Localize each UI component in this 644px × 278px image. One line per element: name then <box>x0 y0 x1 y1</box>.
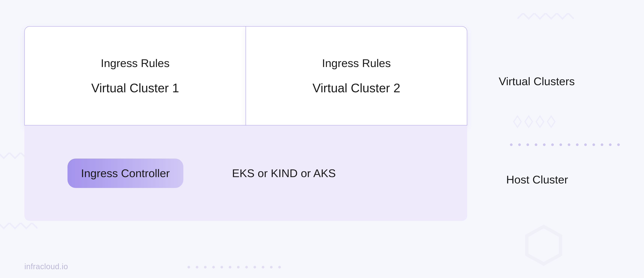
decoration-zigzag <box>0 223 38 234</box>
decoration-zigzag <box>518 13 578 24</box>
svg-marker-0 <box>527 227 560 264</box>
virtual-cluster-name: Virtual Cluster 2 <box>312 81 400 95</box>
ingress-controller-pill: Ingress Controller <box>68 158 183 188</box>
host-providers-label: EKS or KIND or AKS <box>232 167 336 180</box>
virtual-cluster-box-1: Ingress Rules Virtual Cluster 1 <box>24 26 246 126</box>
virtual-cluster-name: Virtual Cluster 1 <box>91 81 179 95</box>
ingress-rules-label: Ingress Rules <box>322 57 391 70</box>
attribution-label: infracloud.io <box>24 262 68 271</box>
diagram-canvas: Ingress Rules Virtual Cluster 1 Ingress … <box>0 0 644 278</box>
host-cluster-side-label: Host Cluster <box>506 173 568 186</box>
decoration-hexagon <box>525 225 562 267</box>
host-cluster-panel: Ingress Controller EKS or KIND or AKS <box>24 126 467 221</box>
divider-dots <box>510 143 620 146</box>
ingress-rules-label: Ingress Rules <box>101 57 170 70</box>
virtual-clusters-side-label: Virtual Clusters <box>499 75 575 88</box>
divider-dots <box>188 266 281 269</box>
decoration-diamonds <box>510 114 578 129</box>
virtual-cluster-box-2: Ingress Rules Virtual Cluster 2 <box>246 26 467 126</box>
virtual-clusters-row: Ingress Rules Virtual Cluster 1 Ingress … <box>24 26 467 126</box>
